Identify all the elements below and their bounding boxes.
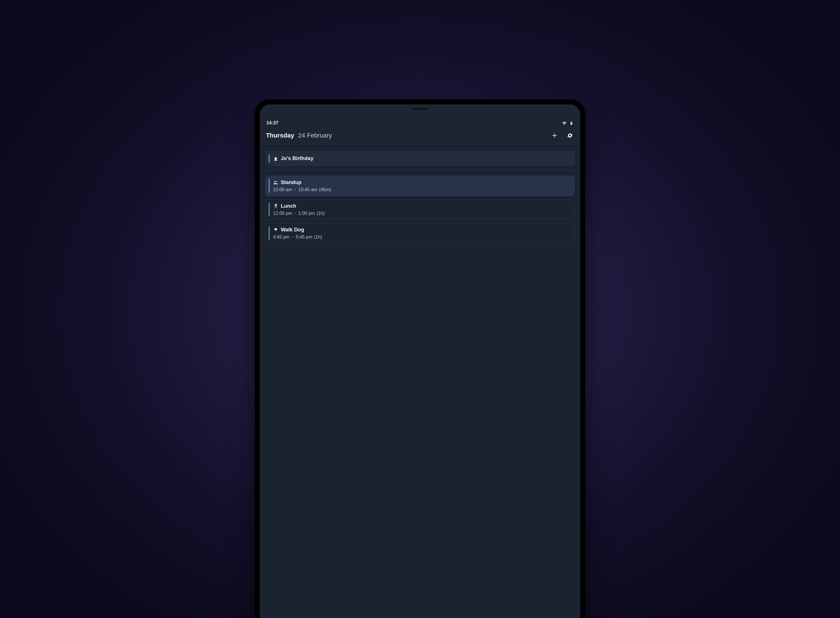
svg-point-4: [276, 181, 277, 182]
event-duration: (1h): [314, 235, 322, 240]
chevron-right-icon: [294, 212, 296, 215]
svg-rect-2: [571, 122, 572, 122]
gear-icon: [567, 132, 573, 139]
svg-point-3: [274, 181, 276, 182]
event-duration: (45m): [319, 187, 331, 192]
event-start: 4:45 pm: [273, 235, 290, 240]
header-date: 24 February: [298, 132, 332, 139]
event-card[interactable]: Standup 10:00 am 10:45 am (45m): [265, 176, 575, 196]
people-icon: [273, 180, 278, 185]
section-divider: [266, 170, 574, 170]
chevron-right-icon: [294, 188, 296, 191]
event-duration: (1h): [317, 211, 324, 216]
phone-speaker: [412, 108, 428, 110]
status-right: [562, 120, 573, 126]
svg-rect-1: [571, 121, 572, 122]
plus-icon: [551, 132, 558, 139]
event-stripe: [268, 226, 270, 240]
birthday-cake-icon: [273, 156, 278, 161]
event-title: Walk Dog: [281, 227, 304, 233]
event-start: 10:00 am: [273, 187, 292, 192]
event-time-range: 12:00 pm 1:00 pm (1h): [271, 211, 570, 216]
events-list: Jo's Birthday Standup 10:00 am 10:45 am: [260, 146, 581, 618]
wifi-icon: [562, 120, 567, 126]
event-stripe: [268, 203, 270, 217]
event-time-range: 10:00 am 10:45 am (45m): [271, 187, 570, 192]
title-bar: Thursday 24 February: [260, 128, 581, 146]
clock-time: 14:37: [267, 120, 279, 126]
dog-icon: [273, 227, 278, 232]
event-end: 5:45 pm: [296, 235, 312, 240]
settings-button[interactable]: [566, 132, 574, 140]
event-stripe: [268, 179, 270, 193]
event-end: 10:45 am: [298, 187, 317, 192]
add-button[interactable]: [551, 132, 559, 140]
app-screen: 14:37 Thursday 24 February: [260, 104, 581, 618]
event-time-range: 4:45 pm 5:45 pm (1h): [271, 235, 570, 240]
event-start: 12:00 pm: [273, 211, 292, 216]
chevron-right-icon: [291, 236, 294, 239]
event-card[interactable]: Lunch 12:00 pm 1:00 pm (1h): [265, 199, 575, 220]
event-title: Jo's Birthday: [281, 156, 314, 162]
event-card-allday[interactable]: Jo's Birthday: [265, 151, 575, 166]
event-stripe: [268, 154, 270, 163]
battery-icon: [569, 120, 573, 126]
status-bar: 14:37: [260, 118, 581, 128]
event-end: 1:00 pm: [298, 211, 315, 216]
event-card[interactable]: Walk Dog 4:45 pm 5:45 pm (1h): [265, 223, 575, 244]
phone-frame: 14:37 Thursday 24 February: [255, 99, 586, 618]
utensils-icon: [273, 204, 278, 209]
header-day: Thursday: [266, 132, 294, 139]
event-title: Lunch: [281, 203, 296, 209]
event-title: Standup: [281, 180, 302, 186]
